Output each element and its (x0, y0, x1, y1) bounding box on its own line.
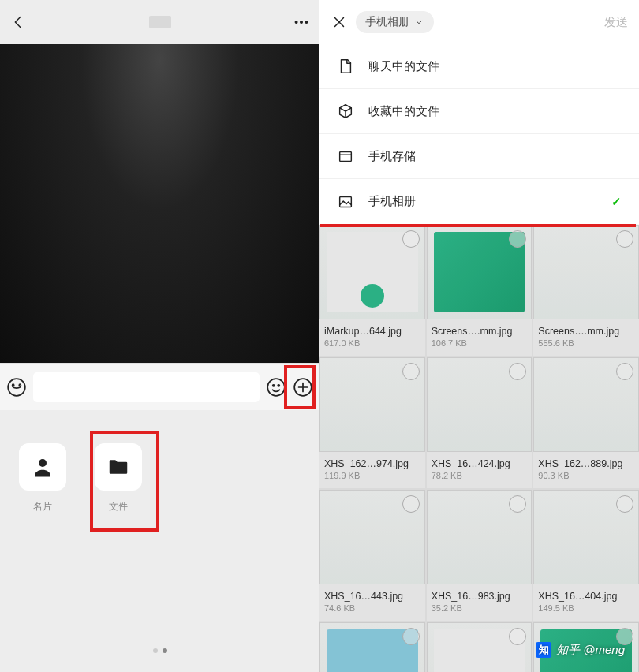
folder-icon (106, 455, 130, 479)
chevron-down-icon (413, 17, 424, 28)
file-size: 617.0 KB (324, 338, 420, 348)
watermark: 知知乎 @meng (536, 642, 625, 658)
file-size: 149.5 KB (538, 603, 634, 613)
file-name: XHS_162…889.jpg (538, 458, 634, 469)
svg-point-4 (267, 379, 285, 396)
menu-item[interactable]: 收藏中的文件 (320, 89, 639, 134)
select-circle[interactable] (616, 230, 633, 248)
attach-card-label: 名片 (33, 500, 52, 513)
file-item[interactable]: XHS_16…443.jpg74.6 KB (320, 490, 425, 621)
emoji-icon[interactable] (266, 377, 286, 398)
file-picker-screen: iMarkup…644.jpg617.0 KBScreens….mm.jpg10… (320, 0, 639, 672)
source-label: 手机相册 (365, 15, 409, 29)
file-item[interactable]: XHS_162…974.jpg119.9 KB (320, 357, 425, 488)
file-name: iMarkup…644.jpg (324, 326, 420, 337)
svg-point-3 (8, 379, 25, 396)
file-name: XHS_16…424.jpg (432, 458, 528, 469)
svg-point-6 (278, 384, 279, 386)
file-item[interactable]: iMarkup…644.jpg617.0 KB (320, 225, 425, 356)
file-size: 555.6 KB (538, 338, 634, 348)
file-item[interactable]: XHS_16…424.jpg78.2 KB (427, 357, 532, 488)
svg-rect-8 (340, 152, 352, 162)
chat-screen: 名片 文件 (0, 0, 320, 672)
chat-image[interactable] (0, 44, 320, 363)
select-circle[interactable] (402, 363, 420, 380)
svg-point-2 (305, 21, 308, 24)
select-circle[interactable] (402, 628, 420, 645)
menu-item-label: 聊天中的文件 (368, 59, 439, 74)
attach-file-label: 文件 (109, 500, 128, 513)
file-item[interactable]: XHS_16…404.jpg149.5 KB (533, 490, 639, 621)
file-size: 90.3 KB (538, 471, 634, 480)
plus-icon[interactable] (293, 377, 313, 398)
file-grid-wrap: iMarkup…644.jpg617.0 KBScreens….mm.jpg10… (320, 225, 639, 672)
file-size: 78.2 KB (432, 471, 528, 480)
file-size: 35.2 KB (432, 603, 528, 613)
menu-item-label: 收藏中的文件 (368, 104, 439, 119)
menu-item-label: 手机相册 (368, 194, 416, 209)
file-size: 74.6 KB (324, 603, 420, 613)
file-name: XHS_162…974.jpg (324, 458, 420, 469)
file-name: XHS_16…983.jpg (432, 591, 528, 602)
input-row (0, 363, 320, 410)
more-icon[interactable] (293, 13, 310, 31)
check-icon: ✓ (611, 195, 622, 209)
file-size: 119.9 KB (324, 471, 420, 480)
file-grid: iMarkup…644.jpg617.0 KBScreens….mm.jpg10… (320, 225, 639, 672)
file-name: Screens….mm.jpg (432, 326, 528, 337)
file-item[interactable]: XHS_162…889.jpg90.3 KB (533, 357, 639, 488)
page-dots (0, 648, 320, 653)
file-item[interactable]: Screens….mm.jpg106.7 KB (427, 225, 532, 356)
menu-item[interactable]: 聊天中的文件 (320, 44, 639, 89)
menu-item[interactable]: 手机相册✓ (320, 179, 639, 224)
voice-icon[interactable] (6, 377, 27, 398)
file-item[interactable]: Screens….mm.jpg555.6 KB (533, 225, 639, 356)
menu-item[interactable]: 手机存储 (320, 134, 639, 179)
file-item[interactable]: XHS_16…983.jpg35.2 KB (427, 490, 532, 621)
svg-point-0 (295, 21, 297, 24)
select-circle[interactable] (402, 495, 420, 513)
file-name: XHS_16…443.jpg (324, 591, 420, 602)
message-input[interactable] (33, 372, 260, 402)
select-circle[interactable] (616, 363, 633, 380)
attach-card[interactable]: 名片 (14, 443, 71, 513)
svg-rect-9 (340, 196, 352, 207)
send-button[interactable]: 发送 (604, 15, 628, 30)
file-size: 106.7 KB (432, 338, 528, 348)
source-menu: 聊天中的文件收藏中的文件手机存储手机相册✓ (320, 44, 639, 224)
attach-file[interactable]: 文件 (90, 443, 147, 513)
file-item[interactable]: XHS_162…714.jpg (320, 622, 425, 672)
svg-point-5 (273, 384, 275, 386)
menu-item-label: 手机存储 (368, 149, 416, 164)
back-icon[interactable] (9, 13, 27, 31)
file-name: Screens….mm.jpg (538, 326, 634, 337)
file-item[interactable]: XHS_162…073.jpg (427, 622, 532, 672)
close-icon[interactable] (331, 13, 348, 31)
attach-panel: 名片 文件 (0, 410, 320, 672)
select-circle[interactable] (616, 495, 633, 513)
chat-topbar (0, 0, 320, 44)
file-name: XHS_16…404.jpg (538, 591, 634, 602)
chat-title (27, 16, 293, 28)
person-icon (31, 455, 54, 479)
select-circle[interactable] (402, 230, 420, 248)
picker-topbar: 手机相册 发送 (320, 0, 639, 44)
svg-point-1 (301, 21, 303, 24)
source-selector[interactable]: 手机相册 (356, 11, 434, 33)
